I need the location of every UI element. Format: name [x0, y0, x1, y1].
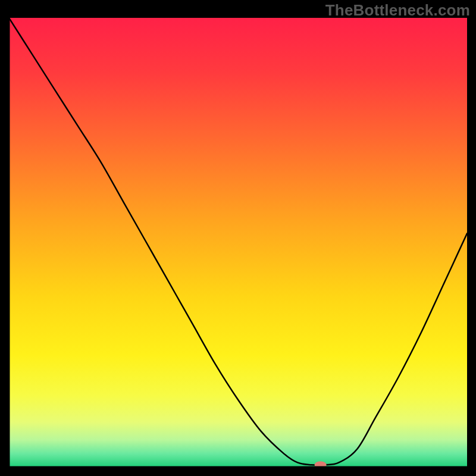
chart-stage: TheBottleneck.com [0, 0, 476, 476]
chart-svg [9, 18, 467, 467]
watermark-text: TheBottleneck.com [325, 1, 470, 20]
plot-area [9, 18, 467, 467]
